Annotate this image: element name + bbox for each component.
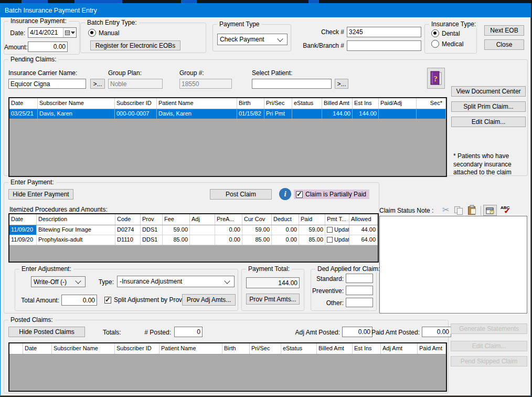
claim-status-note-label: Claim Status Note : (379, 207, 433, 214)
insurance-type-legend: Insurance Type: (429, 20, 478, 28)
group-number-label: Group #: (179, 69, 204, 77)
next-eob-button[interactable]: Next EOB (484, 25, 524, 36)
check-number-input[interactable] (347, 27, 421, 37)
pend-skipped-claim-button[interactable]: Pend Skipped Claim (451, 356, 527, 367)
payment-type-select[interactable]: Check Payment (217, 34, 288, 45)
payment-total-input[interactable] (246, 277, 300, 288)
posted-table-header: Date Subscriber Name Subscriber ID Patie… (9, 343, 446, 354)
select-patient-input[interactable] (252, 79, 332, 89)
prov-pmt-amts-button[interactable]: Prov Pmt Amts... (246, 294, 300, 305)
paid-amt-posted-label: Paid Amt Posted: (370, 329, 420, 336)
split-adjustment-option[interactable]: Split Adjustment by Provider (104, 296, 193, 304)
update-checkbox[interactable] (327, 237, 333, 243)
preventive-input[interactable] (346, 286, 373, 295)
split-adjustment-checkbox[interactable] (104, 297, 111, 304)
pending-claim-row-selected[interactable]: 03/25/21 Davis, Karen 000-00-0007 Davis,… (9, 109, 446, 119)
dialog-title: Batch Insurance Payment Entry (5, 7, 97, 14)
insurance-payment-legend: Insurance Payment: (8, 17, 69, 25)
posted-claims-group: Posted Claims: Hide Posted Claims Totals… (4, 320, 449, 393)
itemized-row[interactable]: 11/09/20 Prophylaxis-adult D1110 DDS1 85… (9, 235, 378, 245)
patient-browse-button[interactable]: >... (335, 79, 348, 89)
hide-enter-payment-button[interactable]: Hide Enter Payment (8, 189, 73, 200)
standard-input[interactable] (346, 274, 373, 283)
batch-entry-type-group: Batch Entry Type: Manual Register for El… (80, 23, 206, 53)
titlebar[interactable]: Batch Insurance Payment Entry (1, 4, 530, 17)
medical-radio-option[interactable]: Medical (431, 40, 463, 48)
spell-check-icon[interactable]: ABC ✓ (501, 205, 514, 215)
adjustment-type-label: Type: (77, 278, 114, 286)
adjustment-type-select[interactable]: -Insurance Adjustment (117, 276, 235, 287)
num-posted-input (174, 327, 203, 337)
split-adjustment-label: Split Adjustment by Provider (114, 296, 193, 304)
bank-branch-input[interactable] (347, 40, 421, 51)
group-number-input (179, 79, 232, 89)
group-plan-input (108, 79, 163, 89)
copy-icon[interactable] (454, 206, 464, 215)
manual-radio[interactable] (88, 29, 96, 37)
date-label: Date: (5, 29, 25, 37)
standard-label: Standard: (311, 275, 344, 283)
posted-claims-legend: Posted Claims: (8, 316, 55, 323)
claim-partially-paid-checkbox[interactable] (296, 191, 303, 198)
ded-applied-group: Ded Applied for Claim: Standard: Prevent… (311, 269, 377, 311)
carrier-name-label: Insurance Carrier Name: (8, 69, 77, 77)
check-number-label: Check # (292, 28, 344, 36)
paste-icon[interactable] (467, 205, 477, 215)
total-amount-input[interactable] (61, 295, 97, 306)
generate-statements-button[interactable]: Generate Statements (451, 323, 527, 334)
enter-payment-group: Enter Payment: Hide Enter Payment Post C… (4, 182, 379, 314)
close-button[interactable]: Close (484, 39, 524, 50)
adjustment-kind-value: Write-Off (-) (34, 278, 67, 286)
claim-status-note-textarea[interactable] (379, 216, 527, 314)
select-patient-label: Select Patient: (252, 69, 292, 77)
itemized-row[interactable]: 11/09/20 Bitewing Four Image D0274 DDS1 … (9, 225, 378, 235)
group-plan-label: Group Plan: (108, 69, 142, 77)
batch-insurance-payment-entry-dialog: Batch Insurance Payment Entry Insurance … (0, 3, 531, 396)
claim-partially-paid-option[interactable]: Claim is Partially Paid (294, 190, 369, 199)
batch-entry-type-legend: Batch Entry Type: (85, 19, 139, 26)
calendar-icon (65, 30, 70, 35)
update-checkbox[interactable] (327, 227, 333, 233)
carrier-browse-button[interactable]: >... (90, 79, 105, 89)
insurance-type-group: Insurance Type: Dental Medical (424, 24, 477, 54)
chevron-down-icon (71, 32, 75, 34)
hide-posted-claims-button[interactable]: Hide Posted Claims (8, 327, 85, 337)
amount-label: Amount: (4, 44, 25, 51)
adjustment-type-value: -Insurance Adjustment (120, 278, 182, 285)
split-prim-claim-button[interactable]: Split Prim Claim... (451, 101, 526, 112)
other-label: Other: (311, 299, 344, 307)
payment-type-group: Payment Type Check Payment (212, 24, 291, 51)
insurance-payment-group: Insurance Payment: Date: Amount: (4, 21, 80, 55)
payment-type-value: Check Payment (220, 36, 264, 43)
post-claim-button[interactable]: Post Claim (210, 189, 272, 200)
edit-claim-button[interactable]: Edit Claim... (451, 117, 526, 127)
amount-input[interactable] (28, 41, 68, 52)
payment-total-legend: Payment Total: (246, 265, 292, 273)
payment-type-legend: Payment Type (217, 20, 262, 28)
help-book-button[interactable]: ? (427, 68, 445, 89)
date-field[interactable] (28, 27, 77, 38)
cut-icon[interactable]: ✂ (442, 205, 449, 215)
ded-applied-legend: Ded Applied for Claim: (315, 265, 382, 273)
date-input[interactable] (28, 28, 63, 37)
posted-edit-claim-button[interactable]: Edit Claim... (451, 341, 527, 351)
pending-claims-group: Pending Claims: Insurance Carrier Name: … (4, 59, 528, 176)
date-stamp-button[interactable] (483, 205, 497, 216)
svg-text:?: ? (433, 75, 438, 83)
preventive-label: Preventive: (311, 287, 344, 295)
itemized-table-header: Date Description Code Prov Fee Adj PreA.… (9, 214, 378, 225)
itemized-procedures-table: Date Description Code Prov Fee Adj PreA.… (8, 213, 379, 263)
manual-radio-option[interactable]: Manual (88, 29, 119, 37)
medical-radio[interactable] (431, 40, 439, 48)
dental-radio[interactable] (431, 29, 439, 37)
other-input[interactable] (346, 298, 373, 307)
carrier-name-input[interactable] (8, 79, 86, 89)
register-electronic-eobs-button[interactable]: Register for Electronic EOBs (90, 40, 180, 50)
view-document-center-button[interactable]: View Document Center (451, 86, 526, 97)
manual-label: Manual (99, 29, 119, 37)
bank-branch-label: Bank/Branch # (284, 42, 344, 49)
dental-radio-option[interactable]: Dental (431, 29, 460, 37)
calendar-dropdown-button[interactable] (63, 28, 76, 37)
prov-adj-amts-button[interactable]: Prov Adj Amts... (182, 294, 236, 306)
totals-label: Totals: (103, 329, 121, 336)
